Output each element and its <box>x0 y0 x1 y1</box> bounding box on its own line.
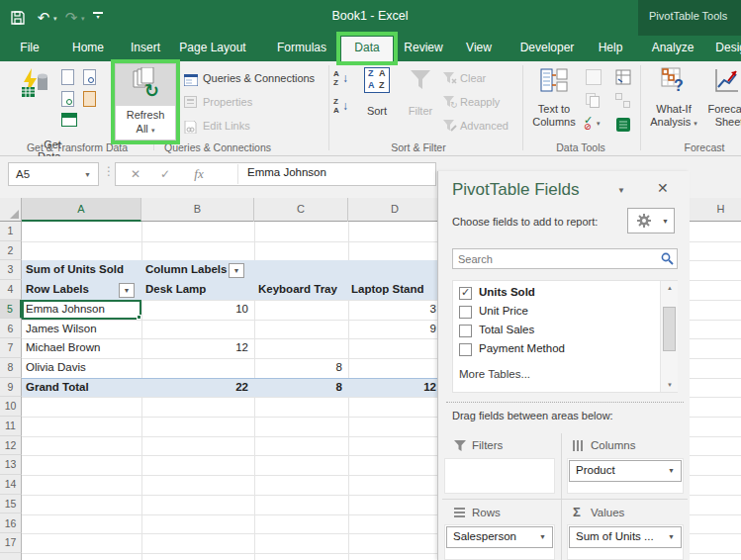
filters-drop-area[interactable] <box>444 458 555 494</box>
cell-b4[interactable]: Desk Lamp <box>145 280 250 300</box>
field-row-payment-method[interactable]: Payment Method <box>453 341 651 360</box>
data-model-icon[interactable] <box>615 117 631 133</box>
chevron-down-icon[interactable]: ▼ <box>668 467 675 474</box>
formula-content[interactable]: Emma Johnson <box>247 166 326 178</box>
copy-data-icon[interactable] <box>83 91 96 107</box>
active-cell-selection[interactable] <box>22 300 141 320</box>
row-header[interactable]: 3 <box>0 260 22 280</box>
relationships-icon[interactable] <box>615 93 631 109</box>
undo-icon[interactable]: ↶ <box>34 8 53 28</box>
row-header[interactable]: 9 <box>0 378 22 398</box>
search-input[interactable] <box>452 248 678 269</box>
row-header[interactable]: 4 <box>0 280 22 300</box>
row-header[interactable]: 14 <box>0 475 22 495</box>
cell-b7[interactable]: 12 <box>141 338 248 358</box>
redo-icon[interactable]: ↷ <box>61 8 81 28</box>
row-header[interactable]: 2 <box>0 241 22 261</box>
field-row-unit-price[interactable]: Unit Price <box>453 304 651 323</box>
checkbox-total-sales[interactable] <box>459 325 472 337</box>
text-to-columns-button[interactable]: Text to Columns <box>530 65 578 137</box>
tab-file[interactable]: File <box>20 41 39 54</box>
checkbox-unit-price[interactable] <box>459 306 472 319</box>
properties-item[interactable]: Properties <box>203 96 252 108</box>
tools-button[interactable]: ▼ <box>627 208 675 233</box>
tab-page-layout[interactable]: Page Layout <box>179 41 245 54</box>
row-header[interactable]: 11 <box>0 417 22 436</box>
queries-connections-item[interactable]: Queries & Connections <box>203 72 315 84</box>
cell-a9-grand-total[interactable]: Grand Total <box>26 378 137 398</box>
what-if-analysis-button[interactable]: ? What-If Analysis ▾ <box>649 65 698 137</box>
advanced-item[interactable]: Advanced <box>460 120 509 132</box>
tools-dropdown-icon[interactable]: ▼ <box>662 218 669 225</box>
columns-field-chip[interactable]: Product ▼ <box>569 460 682 482</box>
cell-c8[interactable]: 8 <box>254 358 342 378</box>
insert-function-icon[interactable]: fx <box>190 164 208 184</box>
column-header-a[interactable]: A <box>22 198 141 222</box>
clear-item[interactable]: Clear <box>460 72 486 84</box>
more-tables-link[interactable]: More Tables... <box>459 368 530 380</box>
reapply-item[interactable]: Reapply <box>460 96 500 108</box>
save-icon[interactable] <box>8 8 28 28</box>
cell-a8[interactable]: Olivia Davis <box>26 358 137 378</box>
edit-links-item[interactable]: Edit Links <box>203 120 250 132</box>
field-row-units-sold[interactable]: Units Sold <box>453 285 651 304</box>
cell-d6[interactable]: 9 <box>348 320 436 339</box>
row-header[interactable]: 8 <box>0 358 22 378</box>
from-table-icon[interactable] <box>61 113 77 127</box>
pane-close-icon[interactable]: ✕ <box>657 180 669 196</box>
cell-a4[interactable]: Row Labels <box>26 280 117 300</box>
tab-formulas[interactable]: Formulas <box>277 41 326 54</box>
row-header[interactable]: 12 <box>0 436 22 456</box>
row-header[interactable]: 17 <box>0 533 22 553</box>
field-list-scrollbar[interactable]: ▲ ▼ <box>660 281 678 392</box>
cell-b5[interactable]: 10 <box>141 300 248 320</box>
tab-insert[interactable]: Insert <box>131 41 160 54</box>
column-header-c[interactable]: C <box>254 198 348 222</box>
customize-quick-access-icon[interactable]: ▾ <box>93 12 103 21</box>
tab-view[interactable]: View <box>466 41 492 54</box>
cell-d4[interactable]: Laptop Stand <box>351 280 442 300</box>
scroll-up-icon[interactable]: ▲ <box>664 285 676 291</box>
enter-icon[interactable]: ✓ <box>156 164 174 184</box>
row-header[interactable]: 13 <box>0 455 22 475</box>
undo-dropdown-icon[interactable]: ▾ <box>53 15 57 23</box>
tab-help[interactable]: Help <box>599 41 623 54</box>
pane-options-icon[interactable]: ▼ <box>617 186 625 195</box>
select-all-corner[interactable] <box>0 198 22 222</box>
row-header[interactable]: 7 <box>0 338 22 358</box>
cell-c9[interactable]: 8 <box>254 378 342 398</box>
forecast-sheet-button[interactable]: Forecast Sheet <box>704 65 741 137</box>
sort-az-icon[interactable]: A Z ↓ <box>333 69 353 89</box>
values-field-chip[interactable]: Sum of Units ... ▼ <box>569 526 682 548</box>
cell-c4[interactable]: Keyboard Tray <box>258 280 347 300</box>
cell-a6[interactable]: James Wilson <box>26 320 137 339</box>
consolidate-icon[interactable] <box>615 69 631 85</box>
column-header-h[interactable]: H <box>690 198 741 222</box>
data-validation-icon[interactable]: ✓ ⊘ ▾ <box>584 117 603 133</box>
scroll-down-icon[interactable]: ▼ <box>664 382 676 388</box>
chevron-down-icon[interactable]: ▼ <box>539 533 546 540</box>
row-header[interactable]: 10 <box>0 397 22 417</box>
scrollbar-thumb[interactable] <box>663 307 676 351</box>
tab-home[interactable]: Home <box>72 41 104 54</box>
tab-developer[interactable]: Developer <box>520 41 575 54</box>
column-labels-filter-icon[interactable]: ▼ <box>229 263 244 278</box>
cell-d5[interactable]: 3 <box>348 300 436 320</box>
cancel-icon[interactable]: ✕ <box>127 164 144 184</box>
fill-handle[interactable] <box>137 315 141 320</box>
get-data-button[interactable]: Get Data ▾ <box>14 67 57 137</box>
redo-dropdown-icon[interactable]: ▾ <box>81 15 85 23</box>
row-header[interactable]: 6 <box>0 320 22 339</box>
recent-sources-icon[interactable] <box>83 69 96 85</box>
cell-b9[interactable]: 22 <box>141 378 248 398</box>
name-box-dropdown-icon[interactable]: ▼ <box>84 164 91 186</box>
rows-field-chip[interactable]: Salesperson ▼ <box>446 526 553 548</box>
sort-button[interactable]: Z A A Z Sort <box>358 65 396 137</box>
new-query-icon[interactable] <box>61 69 74 85</box>
remove-duplicates-icon[interactable] <box>586 93 602 109</box>
cell-b3[interactable]: Column Labels <box>145 260 229 280</box>
tab-review[interactable]: Review <box>404 41 442 54</box>
column-header-d[interactable]: D <box>348 198 442 222</box>
column-header-b[interactable]: B <box>141 198 254 222</box>
tab-analyze[interactable]: Analyze <box>652 41 695 54</box>
